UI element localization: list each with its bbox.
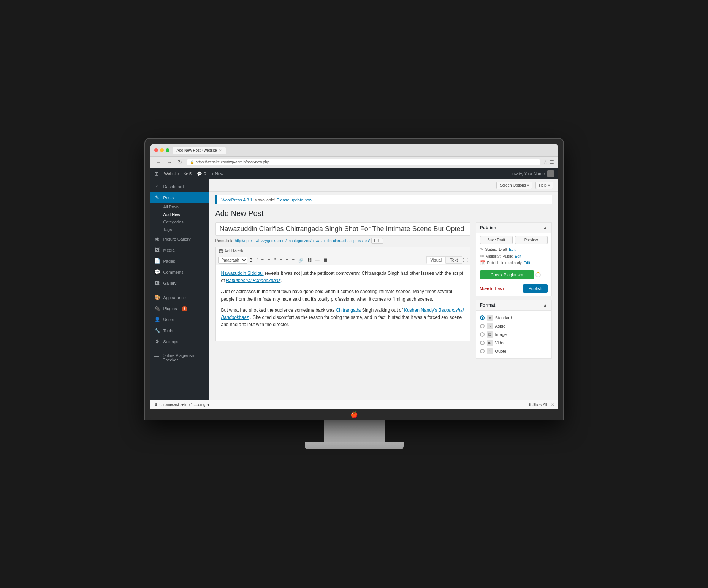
sidebar-item-plagiarism[interactable]: — Online Plagiarism Checker [150, 350, 209, 365]
howdy-section: Howdy, Your Name [509, 170, 554, 177]
post-title-input[interactable] [215, 222, 470, 236]
comments-count: 0 [204, 171, 206, 176]
sidebar-item-appearance[interactable]: 🎨 Appearance [150, 292, 209, 303]
chitrangada-link[interactable]: Chitrangada [336, 307, 361, 313]
format-quote-radio[interactable] [480, 349, 485, 353]
sidebar-item-tools[interactable]: 🔧 Tools [150, 325, 209, 336]
browser-tab[interactable]: Add New Post ‹ website ✕ [173, 147, 226, 154]
kushan-nandy-link[interactable]: Kushan Nandy's [404, 307, 437, 313]
screen-options-button[interactable]: Screen Options ▾ [496, 182, 532, 189]
comments-indicator[interactable]: 💬 0 [197, 171, 206, 176]
format-video-radio[interactable] [480, 341, 485, 345]
format-image[interactable]: 🖼 Image [480, 330, 548, 339]
text-tab[interactable]: Text [446, 256, 462, 264]
help-arrow: ▾ [548, 183, 550, 187]
editor-body[interactable]: Nawazuddin Siddiqui reveals it was not j… [215, 265, 470, 341]
nawazuddin-link[interactable]: Nawazuddin Siddiqui [221, 271, 264, 276]
sidebar-item-posts[interactable]: ✎ Posts [150, 192, 209, 203]
sidebar-item-gallery[interactable]: 🖼 Gallery [150, 277, 209, 288]
publish-value: immediately [501, 261, 521, 265]
visibility-row: 👁 Visibility: Public Edit [480, 254, 548, 258]
format-aside[interactable]: A Aside [480, 322, 548, 330]
download-arrow[interactable]: ▾ [207, 403, 209, 407]
browser: Add New Post ‹ website ✕ ← → ↻ 🔒 https:/… [150, 144, 558, 409]
minimize-dot[interactable] [160, 148, 164, 152]
new-content-btn[interactable]: + New [211, 171, 223, 176]
updates-count: 5 [189, 171, 192, 176]
format-aside-radio[interactable] [480, 324, 485, 328]
align-center-button[interactable]: ≡ [284, 257, 290, 263]
remove-link-button[interactable]: ⛓ [306, 257, 313, 263]
unordered-list-button[interactable]: ≡ [260, 257, 265, 263]
updates-indicator[interactable]: ⟳ 5 [184, 171, 192, 176]
align-right-button[interactable]: ≡ [290, 257, 296, 263]
format-video[interactable]: ▶ Video [480, 339, 548, 347]
format-quote[interactable]: " Quote [480, 347, 548, 355]
format-standard[interactable]: ★ Standard [480, 314, 548, 322]
status-edit-link[interactable]: Edit [509, 247, 515, 252]
wp-version-link[interactable]: WordPress 4.8.1 [222, 198, 253, 202]
horizontal-rule-button[interactable]: — [314, 257, 321, 263]
sidebar-item-plugins[interactable]: 🔌 Plugins 3 [150, 303, 209, 314]
babumoshai-link[interactable]: Babumoshai Bandookbaaz [226, 278, 280, 283]
wp-topbar: ⊞ Website ⟳ 5 💬 0 + New Howdy, Your Name [150, 168, 558, 179]
update-now-link[interactable]: Please update now. [277, 198, 313, 202]
format-box-toggle[interactable]: ▲ [543, 303, 548, 308]
preview-button[interactable]: Preview [515, 236, 548, 244]
add-media-button[interactable]: 🖼 Add Media [219, 249, 245, 253]
sidebar-item-comments[interactable]: 💬 Comments [150, 266, 209, 277]
refresh-button[interactable]: ↻ [176, 158, 184, 166]
check-plagiarism-button[interactable]: Check Plagiarism [480, 270, 534, 279]
tab-close-btn[interactable]: ✕ [219, 149, 222, 152]
bold-button[interactable]: B [248, 257, 254, 263]
back-button[interactable]: ← [154, 158, 162, 166]
format-image-radio[interactable] [480, 332, 485, 337]
new-tab-btn[interactable] [231, 146, 238, 154]
sidebar-item-users[interactable]: 👤 Users [150, 314, 209, 325]
paragraph-select[interactable]: Paragraph [218, 257, 247, 264]
permalink-url[interactable]: http://nptest.whizzygeeks.com/uncategori… [235, 239, 370, 243]
sidebar-sub-tags[interactable]: Tags [150, 226, 209, 233]
visual-tab[interactable]: Visual [426, 256, 446, 264]
sidebar-item-pages[interactable]: 📄 Pages [150, 255, 209, 266]
sidebar-item-dashboard[interactable]: ⌂ Dashboard [150, 181, 209, 192]
sidebar-label-plugins: Plugins [163, 306, 177, 311]
sidebar-item-settings[interactable]: ⚙ Settings [150, 336, 209, 347]
wp-site-name[interactable]: Website [164, 171, 179, 176]
forward-button[interactable]: → [165, 158, 173, 166]
publish-button[interactable]: Publish [523, 284, 547, 293]
move-to-trash-link[interactable]: Move to Trash [480, 287, 504, 291]
blockquote-button[interactable]: " [272, 257, 277, 263]
sidebar-sub-all-posts[interactable]: All Posts [150, 203, 209, 211]
comments-icon: 💬 [197, 171, 202, 176]
italic-button[interactable]: I [255, 257, 259, 263]
publish-actions: Save Draft Preview [480, 236, 548, 244]
address-bar[interactable]: 🔒 https://website.com/wp-admin/post-new.… [187, 159, 540, 165]
publish-edit-link[interactable]: Edit [524, 261, 530, 265]
user-avatar[interactable] [547, 170, 554, 177]
publish-box-toggle[interactable]: ▲ [543, 225, 548, 230]
sidebar-sub-categories[interactable]: Categories [150, 218, 209, 226]
show-all-button[interactable]: ⬆ Show All [528, 403, 547, 407]
close-dot[interactable] [154, 148, 158, 152]
close-download-bar-button[interactable]: ✕ [551, 403, 554, 407]
format-standard-radio[interactable] [480, 315, 485, 320]
save-draft-button[interactable]: Save Draft [480, 236, 513, 244]
apple-logo: 🍎 [350, 411, 358, 418]
permalink-edit-button[interactable]: Edit [371, 238, 383, 244]
ordered-list-button[interactable]: ≡ [266, 257, 271, 263]
bookmark-icon[interactable]: ☆ [543, 160, 548, 165]
maximize-dot[interactable] [166, 148, 169, 152]
show-all-label: Show All [532, 403, 547, 407]
download-item-1[interactable]: ⬇ chromecast-setup.1.....dmg ▾ [154, 402, 209, 407]
insert-link-button[interactable]: 🔗 [297, 257, 305, 263]
visibility-edit-link[interactable]: Edit [515, 254, 521, 258]
align-left-button[interactable]: ≡ [278, 257, 284, 263]
table-button[interactable]: ▦ [322, 257, 329, 263]
menu-icon[interactable]: ☰ [550, 160, 554, 165]
sidebar-sub-add-new[interactable]: Add New [150, 211, 209, 218]
help-button[interactable]: Help ▾ [535, 182, 553, 189]
fullscreen-button[interactable]: ⛶ [463, 257, 468, 263]
sidebar-item-media[interactable]: 🖼 Media [150, 244, 209, 255]
sidebar-item-picture-gallery[interactable]: ◉ Picture Gallery [150, 233, 209, 244]
